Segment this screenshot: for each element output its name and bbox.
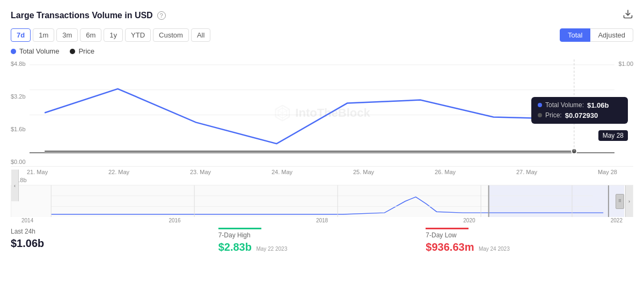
chart-title: Large Transactions Volume in USD [11, 11, 153, 20]
download-icon[interactable] [623, 9, 633, 22]
x-label-27may: 27. May [516, 169, 537, 175]
time-btn-1y[interactable]: 1y [104, 28, 123, 42]
stats-row: Last 24h $1.06b 7-Day High $2.83b May 22… [11, 223, 633, 253]
stat-7d-high-date: May 22 2023 [256, 246, 287, 252]
legend-row: Total Volume Price [11, 47, 633, 55]
stat-7d-high-value: $2.83b [218, 241, 252, 253]
y-label-0: $0.00 [11, 159, 26, 165]
main-chart-svg [11, 59, 633, 166]
mini-chart-svg [11, 185, 633, 217]
mini-nav-left-btn[interactable]: ‹ [11, 170, 19, 201]
mini-x-2016: 2016 [169, 218, 180, 223]
x-label-may28: May 28 [598, 169, 617, 175]
legend-dot-dark [70, 49, 75, 54]
y-axis-right: $1.00 [618, 59, 633, 166]
view-toggle: Total Adjusted [560, 28, 633, 42]
legend-total-volume-label: Total Volume [19, 47, 59, 55]
time-btn-3m[interactable]: 3m [56, 28, 78, 42]
legend-total-volume: Total Volume [11, 47, 59, 55]
x-label-24may: 24. May [272, 169, 292, 175]
stat-last24h-label: Last 24h [11, 228, 208, 235]
x-label-23may: 23. May [190, 169, 211, 175]
time-btn-1m[interactable]: 1m [33, 28, 54, 42]
view-btn-adjusted[interactable]: Adjusted [590, 28, 633, 42]
legend-price-label: Price [78, 47, 94, 55]
stat-7d-low-row: $936.63m May 24 2023 [426, 241, 623, 253]
y-label-4-8b: $4.8b [11, 61, 26, 67]
stat-7d-high: 7-Day High $2.83b May 22 2023 [218, 228, 426, 253]
stat-7d-low-value: $936.63m [426, 241, 474, 253]
y-right-1: $1.00 [618, 61, 633, 67]
legend-price: Price [70, 47, 94, 55]
x-axis: 21. May 22. May 23. May 24. May 25. May … [11, 167, 633, 175]
header-left: Large Transactions Volume in USD ? [11, 11, 166, 20]
stat-high-underline [218, 228, 261, 229]
time-btn-custom[interactable]: Custom [153, 28, 189, 42]
x-label-26may: 26. May [435, 169, 456, 175]
mini-x-axis: 2014 2016 2018 2020 2022 [11, 217, 633, 223]
stat-7d-low-date: May 24 2023 [479, 246, 510, 252]
controls-row: 7d 1m 3m 6m 1y YTD Custom All Total Adju… [11, 28, 633, 42]
legend-dot-blue [11, 49, 16, 54]
stat-low-underline [426, 228, 469, 229]
view-btn-total[interactable]: Total [560, 28, 590, 42]
header-row: Large Transactions Volume in USD ? [11, 9, 633, 22]
time-buttons: 7d 1m 3m 6m 1y YTD Custom All [11, 28, 210, 42]
stat-7d-high-label: 7-Day High [218, 231, 415, 239]
tooltip-date: May 28 [598, 130, 628, 141]
time-btn-6m[interactable]: 6m [80, 28, 101, 42]
svg-rect-14 [489, 185, 624, 217]
time-btn-all[interactable]: All [191, 28, 210, 42]
stat-7d-low: 7-Day Low $936.63m May 24 2023 [426, 228, 633, 253]
stat-last24h: Last 24h $1.06b [11, 228, 218, 253]
time-btn-7d[interactable]: 7d [11, 28, 31, 42]
mini-chart-top-label: $4.8b [11, 175, 633, 184]
mini-chart-container: ‹ › ⠿ [11, 185, 633, 217]
mini-x-2022: 2022 [611, 218, 623, 223]
stat-last24h-value: $1.06b [11, 237, 208, 250]
x-label-22may: 22. May [108, 169, 129, 175]
y-label-1-6b: $1.6b [11, 126, 26, 132]
y-label-3-2b: $3.2b [11, 93, 26, 100]
main-chart-area: $4.8b $3.2b $1.6b $0.00 $1.00 [11, 59, 633, 167]
y-axis-left: $4.8b $3.2b $1.6b $0.00 [11, 59, 26, 166]
stat-7d-high-row: $2.83b May 22 2023 [218, 241, 415, 253]
time-btn-ytd[interactable]: YTD [125, 28, 151, 42]
mini-range-handle[interactable]: ⠿ [616, 194, 624, 209]
page-wrapper: Large Transactions Volume in USD ? 7d 1m… [0, 0, 644, 292]
x-label-25may: 25. May [353, 169, 374, 175]
mini-nav-right-btn[interactable]: › [625, 185, 633, 217]
x-label-21may: 21. May [27, 169, 48, 175]
mini-x-2014: 2014 [21, 218, 33, 223]
mini-x-2018: 2018 [316, 218, 328, 223]
stat-7d-low-label: 7-Day Low [426, 231, 623, 239]
mini-x-2020: 2020 [463, 218, 475, 223]
help-icon[interactable]: ? [157, 11, 166, 20]
